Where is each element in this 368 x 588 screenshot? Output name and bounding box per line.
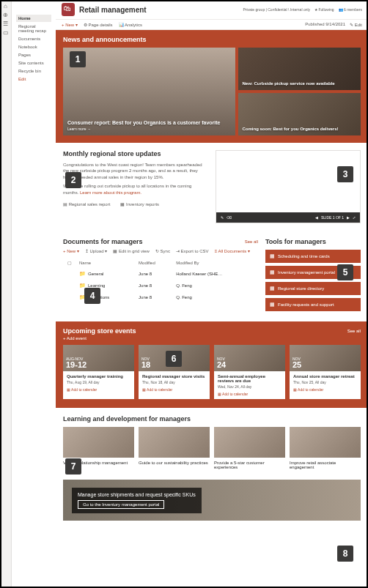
- learning-card[interactable]: Provide a 5-star customer experiences: [214, 427, 285, 472]
- callout-2: 2: [65, 172, 81, 188]
- nav-edit[interactable]: Edit: [16, 75, 51, 83]
- hero-tile-3[interactable]: Coming soon: Best for you Organics deliv…: [238, 93, 361, 135]
- link-inventory-reports[interactable]: ▦ Inventory reports: [120, 201, 159, 206]
- site-logo-icon: [62, 3, 75, 16]
- nav-notebook[interactable]: Notebook: [16, 43, 51, 51]
- documents-see-all[interactable]: See all: [245, 239, 258, 244]
- chart-toolbar: ✎ ⌫ ◀ SLIDE 1 OF 1 ▶ ⤢: [216, 212, 360, 223]
- nav-recycle[interactable]: Recycle bin: [16, 67, 51, 75]
- app-rail: ⌂ ⊕ ☰ ▭: [0, 0, 12, 588]
- event-card[interactable]: AUG-NOV19-12Quarterly manager trainingTh…: [63, 345, 134, 399]
- documents-title: Documents for managers: [63, 238, 245, 245]
- hero-tile-main-title: Consumer report: Best for you Organics i…: [67, 120, 231, 125]
- chart-next-icon[interactable]: ▶: [347, 215, 350, 220]
- events-section: Upcoming store events See all + Add even…: [56, 321, 368, 408]
- hero-section: News and announcements Consumer report: …: [56, 30, 368, 143]
- tool-button[interactable]: Regional store directory: [265, 282, 361, 295]
- callout-4: 4: [84, 288, 100, 304]
- callout-8: 8: [337, 546, 353, 562]
- doc-cmd-new[interactable]: + New ▾: [63, 248, 79, 253]
- table-row[interactable]: GeneralJune 8Holland Kaeser (SHE…: [65, 269, 257, 279]
- doc-cmd-sync[interactable]: ↻ Sync: [155, 248, 170, 253]
- cmd-new[interactable]: + New ▾: [62, 22, 78, 27]
- docs-tools-section: Documents for managers See all + New ▾ ↥…: [56, 231, 368, 321]
- published-label: Published 9/14/2021: [305, 22, 345, 27]
- cmd-page-details[interactable]: ⚙ Page details: [84, 22, 113, 27]
- hero-tile-main-sub: Learn more →: [67, 127, 231, 131]
- events-title: Upcoming store events: [63, 327, 347, 335]
- callout-3: 3: [337, 166, 353, 182]
- doc-cmd-upload[interactable]: ↥ Upload ▾: [85, 248, 107, 253]
- hero-tile-2-title: New: Curbside pickup service now availab…: [243, 81, 357, 86]
- add-event-button[interactable]: + Add event: [63, 336, 361, 340]
- nav-home[interactable]: Home: [16, 15, 51, 22]
- chart-prev-icon[interactable]: ◀: [315, 215, 318, 220]
- updates-section: Monthly regional store updates Congratul…: [56, 143, 368, 231]
- hero-tile-3-title: Coming soon: Best for you Organics deliv…: [243, 127, 357, 131]
- chart-pen-icon[interactable]: ✎: [221, 215, 224, 220]
- link-sales-report[interactable]: ▤ Regional sales report: [63, 201, 110, 206]
- following-toggle[interactable]: ★ Following: [314, 7, 334, 12]
- nav-documents[interactable]: Documents: [16, 35, 51, 42]
- learning-title: Learning and development for managers: [63, 415, 361, 423]
- add-to-calendar[interactable]: ▦ Add to calendar: [293, 387, 357, 392]
- doc-cmd-export[interactable]: ⇥ Export to CSV: [176, 248, 209, 253]
- chart-container: ✎ ⌫ ◀ SLIDE 1 OF 1 ▶ ⤢: [216, 150, 361, 223]
- add-to-calendar[interactable]: ▦ Add to calendar: [142, 387, 206, 392]
- learning-card[interactable]: Improve retail associate engagement: [290, 427, 361, 472]
- hero-title: News and announcements: [63, 36, 361, 43]
- th-name[interactable]: Name: [76, 258, 134, 267]
- rail-globe-icon[interactable]: ⊕: [3, 12, 9, 18]
- callout-1: 1: [70, 51, 86, 67]
- banner-section: Manage store shipments and request speci…: [63, 480, 361, 521]
- learning-card[interactable]: Guide to our sustainability practices: [139, 427, 210, 472]
- learning-section: Learning and development for managers Ve…: [56, 408, 368, 480]
- banner-text: Manage store shipments and request speci…: [78, 492, 196, 497]
- edit-button[interactable]: ✎ Edit: [350, 22, 362, 27]
- chart-fullscreen-icon[interactable]: ⤢: [353, 215, 356, 220]
- tool-button[interactable]: Scheduling and time cards: [265, 250, 361, 263]
- th-by[interactable]: Modified By: [173, 258, 257, 267]
- nav-regional[interactable]: Regional meeting recap: [16, 23, 51, 34]
- privacy-label: Private group | Confidential \ Internal …: [243, 7, 310, 12]
- chart-page-label: SLIDE 1 OF 1: [321, 215, 344, 220]
- cmd-analytics[interactable]: 📊 Analytics: [119, 22, 142, 27]
- th-modified[interactable]: Modified: [136, 258, 172, 267]
- rail-page-icon[interactable]: ▭: [3, 29, 9, 35]
- doc-cmd-edit-grid[interactable]: ▦ Edit in grid view: [113, 248, 150, 253]
- main-content: Retail management Private group | Confid…: [56, 0, 368, 588]
- hero-tile-2[interactable]: New: Curbside pickup service now availab…: [238, 48, 361, 90]
- event-card[interactable]: NOV24Semi-annual employee reviews are du…: [214, 345, 285, 399]
- chart-eraser-icon[interactable]: ⌫: [227, 215, 232, 220]
- add-to-calendar[interactable]: ▦ Add to calendar: [218, 392, 281, 396]
- command-bar: + New ▾ ⚙ Page details 📊 Analytics Publi…: [56, 20, 368, 30]
- nav-pages[interactable]: Pages: [16, 51, 51, 59]
- nav-site-contents[interactable]: Site contents: [16, 59, 51, 67]
- updates-title: Monthly regional store updates: [63, 150, 208, 157]
- callout-7: 7: [65, 458, 81, 475]
- updates-link[interactable]: Learn more about this program.: [80, 190, 141, 195]
- events-see-all[interactable]: See all: [347, 329, 361, 333]
- rail-list-icon[interactable]: ☰: [3, 21, 9, 26]
- callout-6: 6: [166, 351, 182, 367]
- updates-p2: We will be rolling out curbside pickup t…: [63, 183, 208, 196]
- tools-title: Tools for managers: [265, 238, 361, 245]
- doc-cmd-view[interactable]: ≡ All Documents ▾: [215, 248, 250, 253]
- event-card[interactable]: NOV25Annual store manager retreatThu, No…: [290, 345, 361, 399]
- updates-p1: Congratulations to the West coast region…: [63, 162, 208, 180]
- hero-tile-main[interactable]: Consumer report: Best for you Organics i…: [63, 48, 235, 135]
- rail-home-icon[interactable]: ⌂: [3, 3, 9, 9]
- add-to-calendar[interactable]: ▦ Add to calendar: [67, 387, 130, 392]
- site-title: Retail management: [79, 6, 243, 14]
- site-nav: Home Regional meeting recap Documents No…: [12, 0, 56, 588]
- callout-5: 5: [337, 264, 353, 280]
- tool-button[interactable]: Facility requests and support: [265, 298, 361, 311]
- banner-button[interactable]: Go to the Inventory management portal: [78, 500, 164, 509]
- members-link[interactable]: 👥 6 members: [339, 7, 362, 12]
- site-header: Retail management Private group | Confid…: [56, 0, 368, 20]
